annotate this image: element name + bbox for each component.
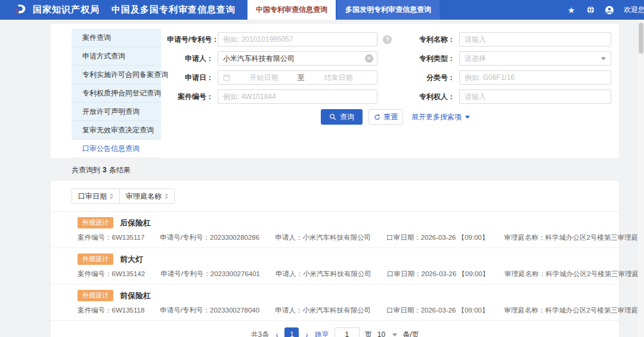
case-no-value: 6W135142 (112, 270, 145, 277)
patent-name-label: 专利名称： (402, 35, 455, 45)
applicant-label: 申请人： (275, 270, 303, 277)
applicant-input[interactable] (218, 51, 377, 66)
site-title: 中国及多国专利审查信息查询 (112, 4, 236, 16)
globe-language-icon[interactable] (586, 5, 595, 15)
result-row[interactable]: 外观设计 前保险杠 案件编号：6W135118 申请号/专利号：20233002… (51, 285, 619, 321)
sort-court-label: 审理庭名称 (126, 191, 162, 202)
sort-arrows-icon (165, 193, 168, 199)
summary-count: 3 (103, 166, 107, 174)
page-button-1[interactable]: 1 (284, 327, 299, 337)
chevron-down-icon (601, 57, 606, 60)
court-value: 科学城办公区2号楼第三审理庭（仅现场审理） (545, 234, 644, 241)
oral-date-label: 口审日期： (386, 307, 421, 314)
sidebar-item-application-method-query[interactable]: 申请方式查询 (72, 47, 161, 66)
result-title[interactable]: 前保险杠 (120, 290, 151, 301)
application-number-input[interactable] (218, 32, 377, 47)
applicant-label: 申请人： (167, 54, 213, 64)
page-size-select[interactable]: 10 (377, 330, 397, 337)
sort-button-oral-hearing-date[interactable]: 口审日期 (72, 188, 120, 204)
result-row[interactable]: 外观设计 后保险杠 案件编号：6W135117 申请号/专利号：20233002… (51, 212, 619, 248)
result-row[interactable]: 外观设计 前大灯 案件编号：6W135142 申请号/专利号：202330027… (51, 248, 619, 285)
filing-date-range[interactable]: 开始日期 至 结束日期 (218, 70, 377, 85)
patent-type-value: 请选择 (465, 54, 597, 64)
expand-more-link[interactable]: 展开更多搜索项 (411, 112, 470, 122)
result-summary: 共查询到3条结果 (72, 165, 644, 175)
app-no-label: 申请号/专利号： (160, 270, 210, 277)
header-tabs: 中国专利审查信息查询 多国发明专利审查信息查询 (247, 0, 439, 20)
patentee-input[interactable] (459, 89, 611, 104)
patentee-label: 专利权人： (402, 92, 455, 102)
search-icon (329, 113, 336, 120)
form-actions: 查询 重置 展开更多搜索项 (321, 109, 611, 125)
clear-input-icon[interactable]: ✕ (365, 54, 373, 63)
next-page-button[interactable]: › (304, 331, 309, 337)
sidebar-item-oral-hearing-query[interactable]: 口审公告信息查询 (72, 140, 161, 158)
app-no-label: 申请号/专利号： (160, 234, 210, 241)
vertical-scrollbar[interactable] (638, 20, 644, 337)
patent-name-input[interactable] (459, 32, 611, 47)
page-unit-label: 页 (365, 330, 372, 337)
case-number-input[interactable] (218, 89, 377, 104)
start-date-placeholder: 开始日期 (230, 73, 298, 83)
oral-date-label: 口审日期： (387, 270, 422, 277)
court-label: 审理庭名称： (504, 234, 545, 241)
sidebar-item-pledge-registration-query[interactable]: 专利权质押合同登记查询 (72, 84, 161, 103)
sort-bar: 口审日期 审理庭名称 (51, 181, 619, 212)
case-no-label: 案件编号： (78, 270, 112, 277)
top-header: 国家知识产权局 中国及多国专利审查信息查询 中国专利审查信息查询 多国发明专利审… (0, 0, 644, 20)
oral-date-value: 2026-03-26 【09:00】 (421, 307, 489, 314)
search-button-label: 查询 (340, 112, 354, 122)
help-icon[interactable]: ? (383, 35, 392, 44)
applicant-value: 小米汽车科技有限公司 (303, 270, 371, 277)
court-value: 科学城办公区2号楼第三审理庭（仅现场审理） (546, 270, 644, 277)
sidebar-item-open-license-query[interactable]: 开放许可声明查询 (72, 103, 161, 121)
total-count: 共3条 (250, 330, 269, 337)
sidebar-item-license-filing-query[interactable]: 专利实施许可合同备案查询 (72, 66, 161, 84)
sort-oral-date-label: 口审日期 (78, 191, 107, 202)
applicant-value: 小米汽车科技有限公司 (302, 234, 371, 241)
header-actions: ★ 欢迎您, (566, 5, 644, 15)
user-account-icon[interactable] (605, 5, 614, 15)
chevron-down-icon (465, 116, 470, 119)
sidebar-item-reexam-decision-query[interactable]: 复审无效审查决定查询 (72, 121, 161, 140)
filing-date-label: 申请日： (167, 73, 213, 83)
sort-button-court-name[interactable]: 审理庭名称 (119, 188, 175, 204)
reset-button[interactable]: 重置 (369, 109, 403, 125)
patent-type-badge: 外观设计 (78, 290, 113, 301)
patent-type-badge: 外观设计 (78, 217, 113, 228)
calendar-icon (223, 74, 230, 81)
case-no-label: 案件编号： (78, 234, 112, 241)
date-separator: 至 (298, 73, 305, 83)
favorite-star-icon[interactable]: ★ (566, 5, 576, 15)
scrollbar-thumb[interactable] (639, 23, 643, 54)
court-label: 审理庭名称： (504, 270, 546, 277)
search-button[interactable]: 查询 (321, 109, 363, 125)
sidebar-item-case-query[interactable]: 案件查询 (72, 29, 161, 47)
tab-china-patent-query[interactable]: 中国专利审查信息查询 (247, 0, 336, 20)
court-label: 审理庭名称： (504, 307, 545, 314)
result-title[interactable]: 后保险杠 (120, 218, 151, 228)
prev-page-button[interactable]: ‹ (274, 331, 279, 337)
summary-prefix: 共查询到 (72, 166, 100, 174)
result-title[interactable]: 前大灯 (120, 254, 143, 265)
page-size-value: 10 (377, 330, 385, 337)
case-no-label: 案件编号： (78, 307, 112, 314)
org-name: 国家知识产权局 (33, 4, 100, 16)
chevron-down-icon (392, 333, 397, 336)
patent-type-label: 专利类型： (402, 54, 455, 64)
welcome-text: 欢迎您, (624, 5, 644, 15)
tab-multi-country-invention-query[interactable]: 多国发明专利审查信息查询 (337, 0, 439, 20)
app-no-label: 申请号/专利号： (160, 307, 210, 314)
jump-page-input[interactable] (335, 327, 360, 337)
main-content: 案件查询 申请方式查询 专利实施许可合同备案查询 专利权质押合同登记查询 开放许… (0, 24, 644, 337)
class-number-input[interactable] (459, 70, 611, 85)
oral-date-label: 口审日期： (386, 234, 421, 241)
sidebar-menu: 案件查询 申请方式查询 专利实施许可合同备案查询 专利权质押合同登记查询 开放许… (72, 29, 161, 158)
applicant-label: 申请人： (275, 234, 302, 241)
query-panel: 案件查询 申请方式查询 专利实施许可合同备案查询 专利权质押合同登记查询 开放许… (51, 24, 619, 158)
case-no-value: 6W135117 (112, 234, 145, 241)
reset-button-label: 重置 (384, 112, 398, 122)
patent-type-select[interactable]: 请选择 (459, 51, 611, 66)
app-no-value: 2023300280286 (210, 234, 259, 241)
cnipa-logo-icon (13, 3, 27, 17)
